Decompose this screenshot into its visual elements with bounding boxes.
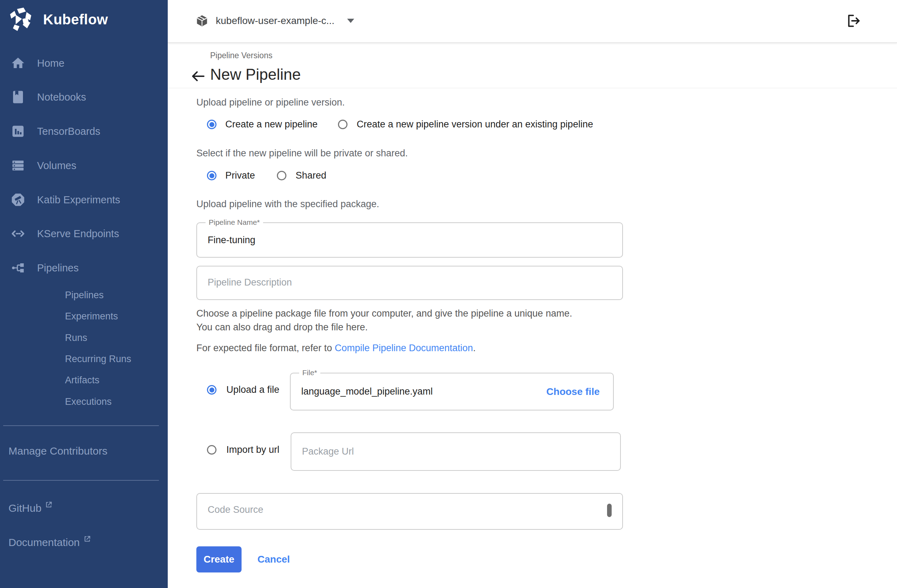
code-source-field xyxy=(196,493,623,530)
sidebar-link-documentation[interactable]: Documentation xyxy=(8,536,91,548)
visibility-section-label: Select if the new pipeline will be priva… xyxy=(196,148,408,159)
radio-create-new-pipeline-label[interactable]: Create a new pipeline xyxy=(225,119,317,130)
pipeline-name-input[interactable] xyxy=(197,223,622,257)
sign-out-icon xyxy=(845,13,862,29)
notebook-icon xyxy=(11,90,25,104)
namespace-selector[interactable]: kubeflow-user-example-c... xyxy=(195,0,354,42)
breadcrumb-pipeline-versions[interactable]: Pipeline Versions xyxy=(210,51,272,60)
code-source-scrollbar-thumb[interactable] xyxy=(607,504,612,517)
sidebar-subitem-experiments[interactable]: Experiments xyxy=(0,306,168,327)
package-url-input[interactable] xyxy=(291,433,620,470)
radio-create-pipeline-version[interactable] xyxy=(338,120,347,129)
main-content: Pipeline Versions New Pipeline Upload pi… xyxy=(168,42,897,588)
package-section-label: Upload pipeline with the specified packa… xyxy=(196,199,379,210)
sign-out-button[interactable] xyxy=(845,13,862,29)
package-url-field xyxy=(291,432,621,471)
sidebar-item-kserve-endpoints[interactable]: KServe Endpoints xyxy=(0,223,168,244)
sidebar-item-manage-contributors[interactable]: Manage Contributors xyxy=(8,445,107,457)
pipeline-graph-icon xyxy=(11,260,25,275)
upload-type-section-label: Upload pipeline or pipeline version. xyxy=(196,97,345,108)
sidebar-divider xyxy=(3,480,159,481)
telescope-icon xyxy=(11,192,25,207)
sidebar-link-github[interactable]: GitHub xyxy=(8,502,53,514)
storage-icon xyxy=(11,158,25,173)
create-button[interactable]: Create xyxy=(196,546,242,573)
top-app-bar: kubeflow-user-example-c... xyxy=(168,0,897,43)
pipeline-description-field xyxy=(196,266,623,300)
sidebar-item-home[interactable]: Home xyxy=(0,52,168,74)
bar-chart-icon xyxy=(11,124,25,139)
kubeflow-new-pipeline-page: Kubeflow Home Notebooks TensorBoards Vol xyxy=(0,0,897,588)
sidebar-divider xyxy=(3,425,159,426)
sidebar-subitem-pipelines[interactable]: Pipelines xyxy=(0,285,168,305)
kubeflow-logo[interactable]: Kubeflow xyxy=(8,6,108,32)
sidebar-item-pipelines[interactable]: Pipelines xyxy=(0,257,168,279)
choose-file-button[interactable]: Choose file xyxy=(546,386,600,397)
kubeflow-logo-icon xyxy=(8,6,34,32)
external-link-icon xyxy=(45,501,53,509)
radio-import-by-url[interactable] xyxy=(207,445,216,455)
pipeline-name-field: Pipeline Name* xyxy=(196,222,623,258)
arrow-left-icon xyxy=(190,68,207,85)
cancel-button[interactable]: Cancel xyxy=(255,553,292,565)
sidebar-subitem-recurring-runs[interactable]: Recurring Runs xyxy=(0,349,168,369)
radio-import-by-url-label[interactable]: Import by url xyxy=(227,444,279,455)
radio-upload-a-file-label[interactable]: Upload a file xyxy=(227,384,279,395)
radio-create-pipeline-version-label[interactable]: Create a new pipeline version under an e… xyxy=(357,119,593,130)
pipeline-description-input[interactable] xyxy=(197,266,622,299)
radio-upload-a-file[interactable] xyxy=(207,385,216,395)
compile-pipeline-documentation-link[interactable]: Compile Pipeline Documentation xyxy=(335,343,473,353)
package-hint-line2: You can also drag and drop the file here… xyxy=(196,322,367,333)
package-hint-line1: Choose a pipeline package file from your… xyxy=(196,308,572,319)
package-cube-icon xyxy=(195,14,209,27)
header-divider xyxy=(168,88,897,88)
sidebar-item-volumes[interactable]: Volumes xyxy=(0,154,168,176)
sidebar: Kubeflow Home Notebooks TensorBoards Vol xyxy=(0,0,168,588)
external-link-icon xyxy=(83,535,91,543)
radio-private-label[interactable]: Private xyxy=(225,170,255,181)
home-icon xyxy=(11,56,25,70)
file-format-line: For expected file format, refer to Compi… xyxy=(196,343,476,354)
sidebar-item-notebooks[interactable]: Notebooks xyxy=(0,86,168,108)
back-button[interactable] xyxy=(190,68,207,85)
sidebar-item-tensorboards[interactable]: TensorBoards xyxy=(0,121,168,142)
radio-private[interactable] xyxy=(207,171,216,180)
namespace-value: kubeflow-user-example-c... xyxy=(216,15,334,26)
sidebar-item-katib-experiments[interactable]: Katib Experiments xyxy=(0,189,168,211)
radio-create-new-pipeline[interactable] xyxy=(207,120,216,129)
file-field: File* Choose file xyxy=(290,373,614,411)
code-source-input[interactable] xyxy=(197,494,622,529)
sidebar-subitem-executions[interactable]: Executions xyxy=(0,391,168,412)
logo-wordmark: Kubeflow xyxy=(43,12,108,27)
radio-shared[interactable] xyxy=(277,171,286,180)
radio-shared-label[interactable]: Shared xyxy=(295,170,326,181)
sidebar-subitem-runs[interactable]: Runs xyxy=(0,328,168,348)
code-arrows-icon xyxy=(11,226,25,241)
page-title: New Pipeline xyxy=(210,66,301,83)
sidebar-subitem-artifacts[interactable]: Artifacts xyxy=(0,370,168,390)
caret-down-icon xyxy=(347,19,354,23)
